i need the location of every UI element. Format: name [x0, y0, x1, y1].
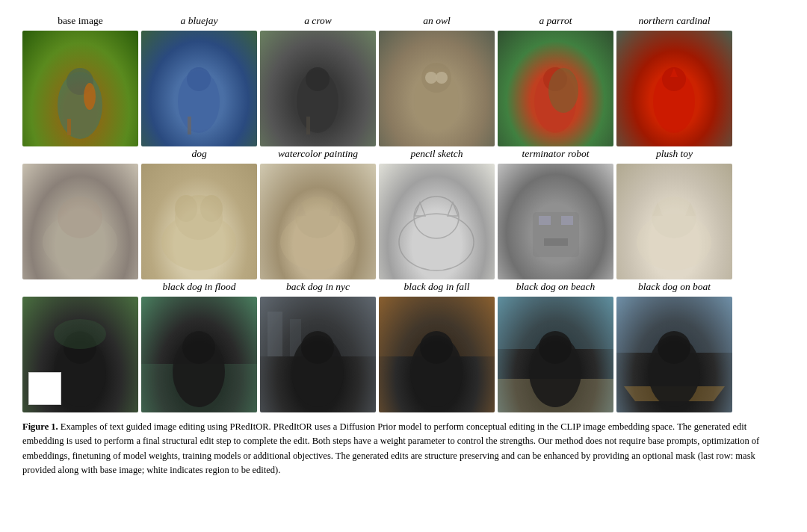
image-row-2-images: dog watercolor painting [22, 148, 785, 279]
image-row3-4 [498, 297, 613, 412]
svg-point-51 [182, 331, 215, 364]
svg-point-16 [548, 68, 578, 113]
svg-point-47 [34, 387, 55, 401]
image-row1-4 [498, 31, 613, 146]
image-row-3: black dog in flood back dog in nyc [22, 281, 785, 412]
label-row1-3: an owl [423, 15, 450, 28]
svg-point-13 [436, 72, 448, 84]
cell-row3-5: black dog on boat [616, 281, 732, 412]
label-row1-2: a crow [304, 15, 332, 28]
svg-point-46 [54, 319, 106, 349]
image-row2-0 [22, 164, 138, 279]
svg-rect-6 [188, 117, 191, 134]
image-row-1-images: base image a bluejay [22, 15, 785, 146]
svg-rect-2 [67, 119, 71, 135]
image-grid: base image a bluejay [22, 15, 785, 414]
svg-point-32 [399, 214, 474, 270]
cell-row1-1: a bluejay [141, 15, 257, 146]
label-row1-0: base image [58, 15, 102, 28]
cell-row2-0 [22, 148, 138, 279]
image-row3-0 [22, 297, 138, 412]
cell-row2-2: watercolor painting [260, 148, 376, 279]
label-row1-1: a bluejay [181, 15, 218, 28]
svg-point-41 [652, 197, 696, 238]
cell-row1-0: base image [22, 15, 138, 146]
svg-point-21 [58, 197, 102, 238]
svg-point-5 [187, 67, 211, 91]
cell-row2-4: terminator robot [498, 148, 613, 279]
svg-point-48 [37, 381, 50, 394]
image-row1-3 [379, 31, 495, 146]
image-row3-2 [260, 297, 376, 412]
image-row2-3 [379, 164, 495, 279]
label-row2-2: watercolor painting [278, 148, 358, 161]
svg-rect-53 [268, 312, 282, 356]
svg-point-67 [658, 331, 690, 364]
image-row3-3 [379, 297, 495, 412]
label-row3-5: black dog on boat [638, 281, 711, 294]
label-row3-3: black dog in fall [404, 281, 469, 294]
cell-row1-4: a parrot [498, 15, 613, 146]
svg-point-63 [539, 331, 572, 364]
svg-rect-39 [544, 238, 568, 246]
label-row2-5: plush toy [656, 148, 693, 161]
svg-point-8 [306, 67, 330, 91]
label-row3-2: back dog in nyc [286, 281, 350, 294]
cell-row1-3: an owl [379, 15, 495, 146]
svg-point-12 [425, 72, 437, 84]
cell-row1-5: northern cardinal [616, 15, 732, 146]
cell-row3-0 [22, 281, 138, 412]
cell-row2-1: dog [141, 148, 257, 279]
svg-point-26 [175, 195, 197, 222]
svg-rect-37 [539, 216, 551, 225]
image-row2-5 [616, 164, 732, 279]
svg-point-56 [301, 331, 334, 364]
label-row3-4: black dog on beach [516, 281, 595, 294]
caption-prefix: Figure 1. [22, 421, 58, 432]
label-row2-3: pencil sketch [410, 148, 463, 161]
svg-point-59 [420, 331, 453, 364]
image-row1-2 [260, 31, 376, 146]
figure-caption: Figure 1. Examples of text guided image … [22, 420, 785, 478]
svg-point-33 [414, 197, 459, 238]
caption-text: Examples of text guided image editing us… [22, 421, 759, 475]
label-row2-1: dog [191, 148, 206, 161]
label-row1-5: northern cardinal [639, 15, 711, 28]
figure-container: base image a bluejay [22, 15, 785, 478]
cell-row3-3: black dog in fall [379, 281, 495, 412]
svg-rect-9 [306, 117, 310, 134]
cell-row3-1: black dog in flood [141, 281, 257, 412]
label-row1-4: a parrot [539, 15, 572, 28]
image-row2-1 [141, 164, 257, 279]
cell-row1-2: a crow [260, 15, 376, 146]
cell-row2-5: plush toy [616, 148, 732, 279]
image-row3-1 [141, 297, 257, 412]
cell-row3-2: back dog in nyc [260, 281, 376, 412]
svg-point-29 [295, 197, 340, 238]
cell-row2-3: pencil sketch [379, 148, 495, 279]
image-row2-4 [498, 164, 613, 279]
cell-row3-4: black dog on beach [498, 281, 613, 412]
svg-point-27 [200, 195, 223, 222]
image-row1-1 [141, 31, 257, 146]
image-row-2: dog watercolor painting [22, 148, 785, 279]
image-row3-5 [616, 297, 732, 412]
label-row2-4: terminator robot [522, 148, 590, 161]
label-row3-1: black dog in flood [163, 281, 236, 294]
image-row-3-images: black dog in flood back dog in nyc [22, 281, 785, 412]
image-row-1: base image a bluejay [22, 15, 785, 146]
image-row1-0 [22, 31, 138, 146]
svg-point-3 [84, 83, 96, 110]
image-row2-2 [260, 164, 376, 279]
svg-rect-38 [561, 216, 573, 225]
image-row1-5 [616, 31, 732, 146]
